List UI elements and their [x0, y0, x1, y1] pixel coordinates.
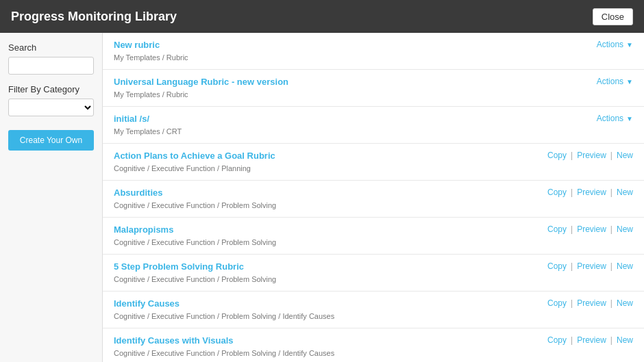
separator: | — [571, 261, 573, 271]
item-path: Cognitive / Executive Function / Problem… — [114, 312, 334, 320]
new-link[interactable]: New — [617, 298, 633, 308]
new-link[interactable]: New — [617, 188, 633, 197]
list-item: New rubricMy Templates / RubricActions ▼ — [103, 33, 644, 70]
item-title[interactable]: Action Plans to Achieve a Goal Rubric — [114, 151, 275, 161]
actions-dropdown[interactable]: Actions ▼ — [597, 40, 633, 49]
copy-link[interactable]: Copy — [547, 224, 567, 234]
search-label: Search — [8, 42, 94, 53]
item-path: Cognitive / Executive Function / Problem… — [114, 275, 276, 283]
item-info: Identify Causes with VisualsCognitive / … — [114, 335, 334, 358]
item-actions: Copy|Preview|New — [547, 151, 633, 160]
copy-link[interactable]: Copy — [547, 335, 567, 345]
new-link[interactable]: New — [617, 335, 633, 345]
item-actions: Copy|Preview|New — [547, 261, 633, 271]
list-item: MalapropismsCognitive / Executive Functi… — [103, 218, 644, 255]
separator: | — [571, 151, 573, 160]
item-path: My Templates / Rubric — [114, 90, 188, 99]
item-info: Universal Language Rubric - new versionM… — [114, 77, 288, 99]
item-info: AbsurditiesCognitive / Executive Functio… — [114, 188, 276, 210]
item-title[interactable]: initial /s/ — [114, 114, 182, 124]
separator: | — [610, 261, 612, 271]
copy-link[interactable]: Copy — [547, 151, 567, 160]
preview-link[interactable]: Preview — [577, 151, 606, 160]
content-area: New rubricMy Templates / RubricActions ▼… — [103, 33, 644, 362]
preview-link[interactable]: Preview — [577, 261, 606, 271]
separator: | — [610, 224, 612, 234]
item-actions: Copy|Preview|New — [547, 298, 633, 308]
new-link[interactable]: New — [617, 224, 633, 234]
item-path: Cognitive / Executive Function / Problem… — [114, 238, 276, 246]
separator: | — [610, 151, 612, 160]
preview-link[interactable]: Preview — [577, 188, 606, 197]
header: Progress Monitoring Library Close — [0, 0, 644, 33]
item-title[interactable]: New rubric — [114, 40, 188, 50]
sidebar: Search Filter By Category Create Your Ow… — [0, 33, 103, 362]
copy-link[interactable]: Copy — [547, 261, 567, 271]
main-layout: Search Filter By Category Create Your Ow… — [0, 33, 644, 362]
list-item: Identify CausesCognitive / Executive Fun… — [103, 292, 644, 328]
separator: | — [571, 335, 573, 345]
new-link[interactable]: New — [617, 151, 633, 160]
item-title[interactable]: Malapropisms — [114, 224, 276, 235]
item-info: New rubricMy Templates / Rubric — [114, 40, 188, 62]
page-title: Progress Monitoring Library — [11, 10, 177, 24]
item-path: Cognitive / Executive Function / Plannin… — [114, 164, 251, 172]
item-info: Action Plans to Achieve a Goal RubricCog… — [114, 151, 275, 173]
item-actions: Actions ▼ — [597, 114, 633, 123]
item-title[interactable]: Identify Causes — [114, 298, 334, 309]
item-info: 5 Step Problem Solving RubricCognitive /… — [114, 261, 276, 284]
item-actions: Actions ▼ — [597, 77, 633, 86]
preview-link[interactable]: Preview — [577, 224, 606, 234]
separator: | — [610, 298, 612, 308]
actions-dropdown[interactable]: Actions ▼ — [597, 114, 633, 123]
separator: | — [610, 188, 612, 197]
preview-link[interactable]: Preview — [577, 298, 606, 308]
item-path: Cognitive / Executive Function / Problem… — [114, 349, 334, 357]
item-info: Identify CausesCognitive / Executive Fun… — [114, 298, 334, 321]
item-actions: Copy|Preview|New — [547, 224, 633, 234]
list-item: 5 Step Problem Solving RubricCognitive /… — [103, 255, 644, 292]
chevron-down-icon: ▼ — [626, 41, 633, 49]
search-input[interactable] — [8, 57, 94, 75]
list-item: Action Plans to Achieve a Goal RubricCog… — [103, 144, 644, 181]
item-title[interactable]: Absurdities — [114, 188, 276, 198]
item-path: My Templates / Rubric — [114, 53, 188, 62]
separator: | — [571, 188, 573, 197]
new-link[interactable]: New — [617, 261, 633, 271]
list-item: AbsurditiesCognitive / Executive Functio… — [103, 181, 644, 218]
item-path: My Templates / CRT — [114, 127, 182, 135]
item-title[interactable]: Universal Language Rubric - new version — [114, 77, 288, 87]
actions-dropdown[interactable]: Actions ▼ — [597, 77, 633, 86]
separator: | — [571, 298, 573, 308]
filter-label: Filter By Category — [8, 84, 94, 94]
item-title[interactable]: 5 Step Problem Solving Rubric — [114, 261, 276, 272]
item-info: initial /s/My Templates / CRT — [114, 114, 182, 136]
item-actions: Actions ▼ — [597, 40, 633, 49]
chevron-down-icon: ▼ — [626, 78, 633, 86]
close-button[interactable]: Close — [593, 8, 633, 25]
copy-link[interactable]: Copy — [547, 188, 567, 197]
separator: | — [571, 224, 573, 234]
item-actions: Copy|Preview|New — [547, 188, 633, 197]
item-info: MalapropismsCognitive / Executive Functi… — [114, 224, 276, 247]
chevron-down-icon: ▼ — [626, 115, 633, 122]
list-item: Identify Causes with VisualsCognitive / … — [103, 328, 644, 362]
create-your-own-button[interactable]: Create Your Own — [8, 130, 94, 151]
item-title[interactable]: Identify Causes with Visuals — [114, 335, 334, 346]
list-item: initial /s/My Templates / CRTActions ▼ — [103, 107, 644, 144]
preview-link[interactable]: Preview — [577, 335, 606, 345]
separator: | — [610, 335, 612, 345]
item-path: Cognitive / Executive Function / Problem… — [114, 201, 276, 209]
filter-select[interactable] — [8, 99, 94, 116]
copy-link[interactable]: Copy — [547, 298, 567, 308]
list-item: Universal Language Rubric - new versionM… — [103, 70, 644, 107]
item-actions: Copy|Preview|New — [547, 335, 633, 345]
